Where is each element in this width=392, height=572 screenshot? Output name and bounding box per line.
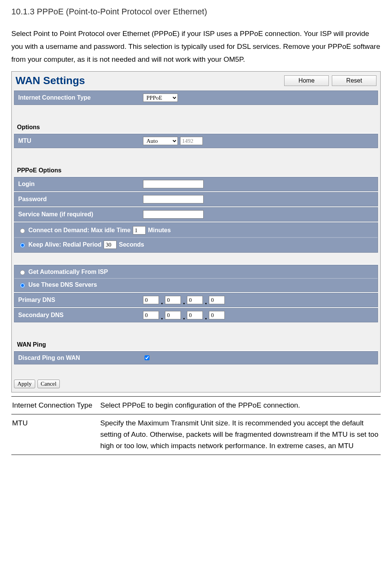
login-label: Login bbox=[18, 181, 143, 188]
dot-icon: . bbox=[160, 300, 163, 303]
primary-dns-octet-3[interactable] bbox=[187, 296, 203, 304]
service-name-input[interactable] bbox=[143, 210, 204, 219]
reset-button[interactable]: Reset bbox=[332, 75, 376, 86]
dot-icon: . bbox=[204, 316, 207, 318]
pppoe-options-heading: PPPoE Options bbox=[14, 148, 378, 176]
apply-button[interactable]: Apply bbox=[14, 380, 35, 388]
secondary-dns-octet-2[interactable] bbox=[165, 311, 181, 319]
connection-type-select[interactable]: PPPoE bbox=[143, 94, 178, 102]
connect-on-demand-suffix: Minutes bbox=[148, 227, 171, 234]
definitions-table: Internet Connection Type Select PPPoE to… bbox=[11, 396, 381, 455]
def-term: Internet Connection Type bbox=[11, 397, 100, 414]
keep-alive-prefix: Keep Alive: Redial Period bbox=[28, 241, 101, 248]
dot-icon: . bbox=[160, 316, 163, 318]
max-idle-time-input[interactable] bbox=[133, 226, 146, 234]
keep-alive-radio[interactable] bbox=[20, 243, 25, 248]
password-label: Password bbox=[18, 196, 143, 203]
def-term: MTU bbox=[11, 414, 100, 455]
dns-manual-radio[interactable] bbox=[20, 283, 25, 288]
dns-manual-label: Use These DNS Servers bbox=[28, 281, 97, 288]
secondary-dns-octet-4[interactable] bbox=[209, 311, 225, 319]
def-description: Select PPPoE to begin configuration of t… bbox=[100, 397, 381, 414]
home-button[interactable]: Home bbox=[284, 75, 329, 86]
primary-dns-label: Primary DNS bbox=[18, 297, 143, 303]
wan-settings-panel: WAN Settings Home Reset Internet Connect… bbox=[11, 71, 381, 392]
connection-type-label: Internet Connection Type bbox=[18, 94, 143, 101]
connect-on-demand-prefix: Connect on Demand: Max idle Time bbox=[28, 227, 131, 234]
intro-paragraph: Select Point to Point Protocol over Ethe… bbox=[11, 27, 381, 66]
dns-mode-group: Get Automatically From ISP Use These DNS… bbox=[14, 265, 378, 292]
mtu-mode-select[interactable]: Auto bbox=[143, 137, 178, 145]
primary-dns-octet-4[interactable] bbox=[209, 296, 225, 304]
secondary-dns-label: Secondary DNS bbox=[18, 312, 143, 319]
discard-ping-label: Discard Ping on WAN bbox=[18, 355, 143, 361]
secondary-dns-octet-3[interactable] bbox=[187, 311, 203, 319]
cancel-button[interactable]: Cancel bbox=[37, 380, 60, 388]
dot-icon: . bbox=[182, 316, 185, 318]
connection-mode-group: Connect on Demand: Max idle Time Minutes… bbox=[14, 222, 378, 253]
def-description: Specify the Maximum Transmit Unit size. … bbox=[100, 414, 381, 455]
discard-ping-checkbox[interactable] bbox=[145, 355, 149, 360]
section-heading: 10.1.3 PPPoE (Point-to-Point Protocol ov… bbox=[11, 7, 381, 17]
redial-period-input[interactable] bbox=[104, 241, 117, 249]
service-name-label: Service Name (if required) bbox=[18, 211, 143, 218]
wan-ping-heading: WAN Ping bbox=[14, 322, 378, 350]
dot-icon: . bbox=[204, 300, 207, 303]
password-input[interactable] bbox=[143, 195, 204, 203]
panel-title: WAN Settings bbox=[16, 75, 85, 87]
secondary-dns-octet-1[interactable] bbox=[143, 311, 159, 319]
options-heading: Options bbox=[14, 105, 378, 133]
mtu-label: MTU bbox=[18, 138, 143, 144]
dns-auto-label: Get Automatically From ISP bbox=[28, 269, 108, 275]
mtu-value-input[interactable] bbox=[180, 137, 203, 145]
keep-alive-suffix: Seconds bbox=[119, 241, 144, 248]
login-input[interactable] bbox=[143, 180, 204, 188]
connect-on-demand-radio[interactable] bbox=[20, 228, 25, 233]
dot-icon: . bbox=[182, 300, 185, 303]
primary-dns-octet-2[interactable] bbox=[165, 296, 181, 304]
primary-dns-octet-1[interactable] bbox=[143, 296, 159, 304]
dns-auto-radio[interactable] bbox=[20, 270, 25, 275]
